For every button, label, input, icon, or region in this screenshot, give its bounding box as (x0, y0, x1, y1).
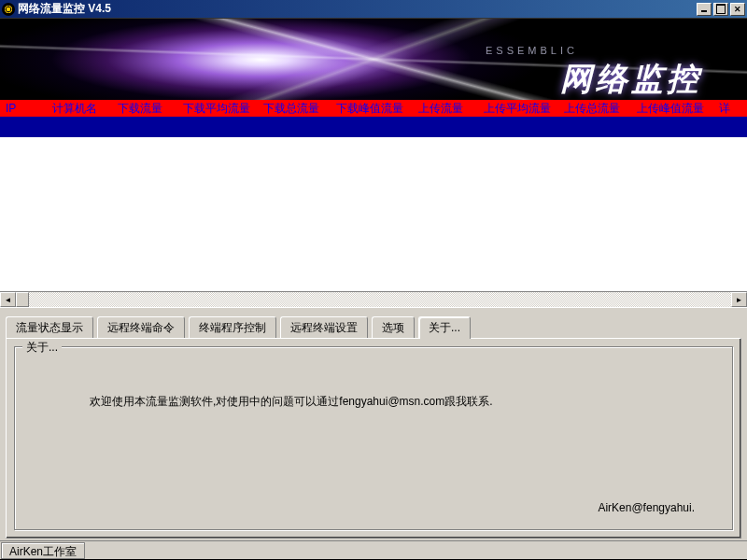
tabs-row: 流量状态显示 远程终端命令 终端程序控制 远程终端设置 选项 关于... (0, 308, 747, 338)
table-selection-row (0, 117, 747, 137)
tab-options[interactable]: 选项 (372, 316, 415, 339)
tab-process-ctrl[interactable]: 终端程序控制 (189, 316, 276, 339)
about-signature: AirKen@fengyahui. (598, 501, 695, 514)
banner-bigtext: 网络监控 (560, 58, 702, 100)
about-message: 欢迎使用本流量监测软件,对使用中的问题可以通过fengyahui@msn.com… (90, 394, 723, 410)
app-icon (2, 3, 15, 16)
col-dl[interactable]: 下载流量 (112, 101, 177, 117)
banner: ESSEMBLIC 网络监控 (0, 18, 747, 100)
tab-traffic-status[interactable]: 流量状态显示 (6, 316, 93, 339)
table-header: IP 计算机名 下载流量 下载平均流量 下载总流量 下载峰值流量 上传流量 上传… (0, 100, 747, 117)
col-dl-avg[interactable]: 下载平均流量 (177, 101, 258, 117)
scroll-track[interactable] (16, 292, 731, 307)
titlebar: 网络流量监控 V4.5 (0, 0, 747, 18)
scroll-thumb[interactable] (16, 292, 29, 307)
horizontal-scrollbar[interactable]: ◄ ► (0, 291, 747, 307)
minimize-button[interactable] (697, 3, 712, 16)
tab-content: 关于... 欢迎使用本流量监测软件,对使用中的问题可以通过fengyahui@m… (6, 338, 741, 539)
col-ul-peak[interactable]: 上传峰值流量 (631, 101, 713, 117)
statusbar: AirKen工作室 (0, 540, 747, 559)
scroll-right-button[interactable]: ► (731, 292, 747, 307)
lower-panel: 流量状态显示 远程终端命令 终端程序控制 远程终端设置 选项 关于... 关于.… (0, 307, 747, 559)
window-controls (695, 3, 745, 16)
col-details[interactable]: 详 (713, 101, 741, 117)
tab-about[interactable]: 关于... (418, 316, 471, 339)
scroll-left-button[interactable]: ◄ (0, 292, 16, 307)
col-ul-avg[interactable]: 上传平均流量 (478, 101, 558, 117)
close-button[interactable] (730, 3, 745, 16)
col-ul-total[interactable]: 上传总流量 (558, 101, 631, 117)
window-title: 网络流量监控 V4.5 (18, 1, 695, 17)
tab-remote-settings[interactable]: 远程终端设置 (280, 316, 368, 339)
table-body[interactable] (0, 137, 747, 291)
col-dl-peak[interactable]: 下载峰值流量 (331, 101, 413, 117)
col-dl-total[interactable]: 下载总流量 (258, 101, 331, 117)
about-group-title: 关于... (22, 340, 62, 356)
status-cell-workshop: AirKen工作室 (1, 542, 85, 559)
col-hostname[interactable]: 计算机名 (47, 101, 112, 117)
tab-remote-cmd[interactable]: 远程终端命令 (97, 316, 185, 339)
banner-smalltext: ESSEMBLIC (486, 45, 578, 56)
about-groupbox: 关于... 欢迎使用本流量监测软件,对使用中的问题可以通过fengyahui@m… (14, 346, 733, 530)
maximize-button[interactable] (713, 3, 728, 16)
col-ul[interactable]: 上传流量 (413, 101, 478, 117)
col-ip[interactable]: IP (0, 102, 47, 115)
